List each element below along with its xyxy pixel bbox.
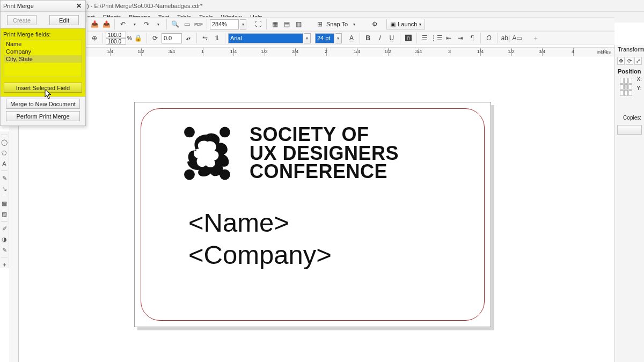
- rotate-icon[interactable]: ⟳: [150, 33, 160, 43]
- font-size-field[interactable]: 24 pt: [315, 33, 334, 43]
- field-item-city-state[interactable]: City, State: [4, 55, 82, 63]
- indent-dec-icon[interactable]: ⇤: [443, 33, 454, 43]
- fullscreen-icon[interactable]: ⛶: [253, 19, 264, 29]
- redo-icon[interactable]: ↷: [141, 19, 152, 29]
- outline-tool-icon[interactable]: ✎: [1, 246, 8, 254]
- fill-tool-icon[interactable]: ◑: [1, 235, 8, 243]
- underline2-icon[interactable]: U: [386, 33, 397, 43]
- lock-aspect-icon[interactable]: 🔒: [133, 33, 144, 43]
- add-icon[interactable]: ＋: [530, 33, 541, 43]
- x-label: X:: [637, 76, 642, 82]
- scale-fields[interactable]: 100.0 100.0: [106, 32, 126, 45]
- dropdown-icon[interactable]: ▾: [153, 19, 164, 29]
- snap-label[interactable]: Snap To: [326, 21, 348, 27]
- indent-inc-icon[interactable]: ⇥: [455, 33, 466, 43]
- spin-icon[interactable]: ▴▾: [183, 33, 194, 43]
- y-label: Y:: [637, 85, 642, 91]
- docker-title-label: Print Merge: [3, 3, 34, 9]
- print-merge-docker: Print Merge ✕ Create Edit Print Merge fi…: [0, 0, 86, 126]
- pdf-icon[interactable]: PDF: [193, 19, 204, 29]
- badge-logo-group[interactable]: SOCIETY OF UX DESIGNERS CONFERENCE: [178, 124, 399, 183]
- dropcap-icon[interactable]: ¶: [467, 33, 478, 43]
- rotate-mode-icon[interactable]: ⟳: [626, 57, 633, 65]
- dropshadow-tool-icon[interactable]: ▩: [1, 200, 8, 207]
- bullets-icon[interactable]: ☰: [420, 33, 430, 43]
- import-icon[interactable]: 📥: [89, 19, 100, 29]
- export-icon[interactable]: 📤: [101, 19, 112, 29]
- transform-title: Transform: [615, 45, 644, 55]
- edit-text-icon[interactable]: ab|: [500, 33, 511, 43]
- insert-selected-field-button[interactable]: Insert Selected Field: [4, 83, 82, 93]
- zoom-dropdown[interactable]: ▾: [240, 19, 246, 29]
- underline-icon[interactable]: A: [346, 33, 357, 43]
- position-mode-icon[interactable]: ✥: [617, 57, 625, 65]
- copies-label: Copies:: [615, 114, 644, 122]
- pen-tool-icon[interactable]: ✎: [1, 174, 8, 182]
- ellipse-tool-icon[interactable]: ◯: [1, 138, 8, 146]
- grid1-icon[interactable]: ▦: [269, 19, 280, 29]
- field-item-company[interactable]: Company: [4, 48, 82, 55]
- svg-point-4: [184, 169, 195, 180]
- font-size-dropdown[interactable]: ▾: [335, 33, 342, 43]
- apply-transform-button[interactable]: [617, 125, 642, 135]
- fields-title-label: Print Merge fields:: [1, 29, 85, 39]
- svg-point-3: [219, 127, 230, 138]
- anchor-grid[interactable]: [620, 78, 632, 96]
- eyedropper-tool-icon[interactable]: ✐: [1, 225, 8, 232]
- logo-mark-icon: [178, 124, 237, 183]
- snap-icon[interactable]: ⊞: [314, 19, 325, 29]
- mirror-h-icon[interactable]: ⇋: [200, 33, 210, 43]
- numbering-icon[interactable]: ⋮☰: [431, 33, 442, 43]
- fields-highlight-section: Print Merge fields: Name Company City, S…: [1, 28, 85, 97]
- merge-to-new-document-button[interactable]: Merge to New Document: [6, 99, 80, 109]
- horizontal-ruler: inches 1/41/23/411/41/23/421/41/23/431/4…: [19, 47, 614, 56]
- perform-print-merge-button[interactable]: Perform Print Merge: [6, 111, 80, 121]
- options-icon[interactable]: ⚙: [369, 19, 380, 29]
- italic-icon[interactable]: I: [375, 33, 385, 43]
- badge-title: SOCIETY OF UX DESIGNERS CONFERENCE: [250, 125, 399, 181]
- position-icon[interactable]: ⊕: [89, 33, 100, 43]
- mirror-v-icon[interactable]: ⥮: [211, 33, 222, 43]
- page-icon[interactable]: ▭: [181, 19, 192, 29]
- merge-field-company: <Company>: [188, 239, 332, 271]
- close-icon[interactable]: ✕: [75, 2, 83, 10]
- search-icon[interactable]: 🔍: [170, 19, 180, 29]
- text-tool-icon[interactable]: A: [1, 160, 8, 167]
- create-button[interactable]: Create: [7, 15, 36, 25]
- dropdown-icon[interactable]: ▾: [129, 19, 140, 29]
- document-canvas[interactable]: SOCIETY OF UX DESIGNERS CONFERENCE <Name…: [19, 56, 614, 362]
- badge-merge-fields[interactable]: <Name> <Company>: [188, 207, 332, 271]
- add-tool-icon[interactable]: ＋: [1, 261, 8, 268]
- undo-icon[interactable]: ↶: [118, 19, 128, 29]
- font-dropdown[interactable]: ▾: [304, 33, 311, 43]
- merge-field-name: <Name>: [188, 207, 332, 239]
- scale-mode-icon[interactable]: ⤢: [634, 57, 642, 65]
- page: SOCIETY OF UX DESIGNERS CONFERENCE <Name…: [134, 102, 491, 327]
- position-section-label: Position: [615, 67, 644, 76]
- zoom-field[interactable]: 284%: [210, 19, 239, 29]
- standard-toolbar: 📥 📤 ↶ ▾ ↷ ▾ 🔍 ▭ PDF 284% ▾ ⛶ ▦ ▤ ▥ ⊞ Sna…: [87, 17, 614, 31]
- toolbox: ◯ ⬠ A ✎ ↘ ▩ ▨ ✐ ◑ ✎ ＋: [0, 131, 9, 268]
- svg-point-2: [184, 127, 195, 138]
- polygon-tool-icon[interactable]: ⬠: [1, 149, 8, 157]
- text-frame-icon[interactable]: A▭: [512, 33, 523, 43]
- transparency-tool-icon[interactable]: ▨: [1, 210, 8, 218]
- transform-docker: Transform ✥ ⟳ ⤢ Position X: Y: Copies:: [614, 45, 644, 362]
- dropdown-icon[interactable]: ▾: [349, 19, 360, 29]
- property-toolbar: ⊕ 100.0 100.0 % 🔒 ⟳ 0.0 ▴▾ ⇋ ⥮ Arial ▾ 2…: [87, 31, 614, 45]
- print-merge-field-list[interactable]: Name Company City, State: [4, 40, 82, 77]
- connector-tool-icon[interactable]: ↘: [1, 185, 8, 193]
- field-item-name[interactable]: Name: [4, 40, 82, 48]
- launch-button[interactable]: ▣ Launch ▾: [386, 19, 425, 29]
- edit-button[interactable]: Edit: [49, 15, 79, 25]
- rotation-field[interactable]: 0.0: [162, 33, 182, 43]
- bold-icon[interactable]: B: [363, 33, 374, 43]
- grid2-icon[interactable]: ▤: [281, 19, 292, 29]
- window-title: ) - E:\Print Merge\SoUXD-Namebadges.cdr*: [0, 0, 644, 12]
- opentype-icon[interactable]: O: [484, 33, 494, 43]
- font-field[interactable]: Arial: [228, 33, 303, 43]
- grid3-icon[interactable]: ▥: [293, 19, 304, 29]
- textfx-icon[interactable]: 🅰: [403, 33, 414, 43]
